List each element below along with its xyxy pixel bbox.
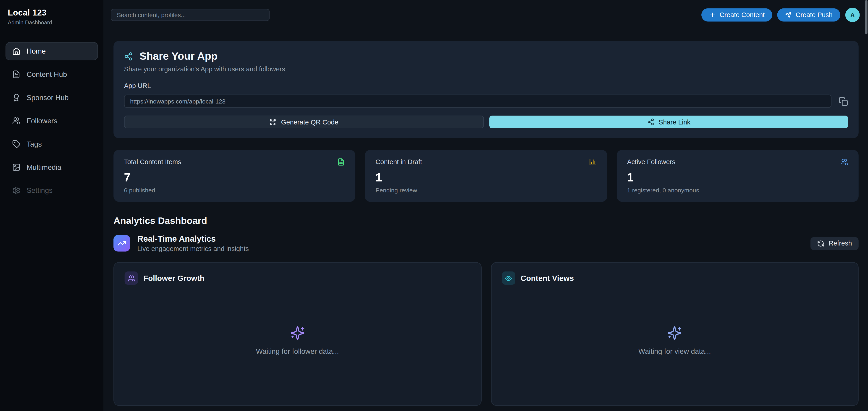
sidebar-item-tags[interactable]: Tags (5, 135, 98, 153)
content-views-card: Content Views Waiting for view data... (491, 262, 859, 406)
app-url-row (124, 95, 848, 108)
stat-title: Content in Draft (375, 158, 422, 166)
sidebar-item-label: Home (27, 47, 45, 55)
share-app-title: Share Your App (140, 50, 218, 63)
org-subtitle: Admin Dashboard (5, 20, 98, 26)
stat-card-active-followers: Active Followers 1 1 registered, 0 anony… (617, 150, 859, 202)
stat-card-content-draft: Content in Draft 1 Pending review (365, 150, 607, 202)
follower-growth-card: Follower Growth Waiting for follower dat… (114, 262, 482, 406)
qr-code-icon (270, 118, 277, 126)
stat-value: 1 (375, 171, 597, 184)
realtime-analytics-subtitle: Live engagement metrics and insights (137, 245, 810, 252)
create-content-button[interactable]: Create Content (702, 8, 772, 22)
share-icon (647, 118, 654, 126)
admin-dashboard: Local 123 Admin Dashboard Home Content H… (0, 0, 868, 411)
stat-subtitle: Pending review (375, 187, 597, 194)
refresh-button[interactable]: Refresh (810, 237, 859, 250)
share-actions-row: Generate QR Code Share Link (124, 115, 848, 128)
stat-card-header: Content in Draft (375, 158, 597, 166)
eye-icon (502, 272, 515, 285)
refresh-label: Refresh (829, 239, 852, 247)
sidebar-item-content-hub[interactable]: Content Hub (5, 65, 98, 83)
realtime-analytics-title: Real-Time Analytics (137, 234, 810, 243)
topbar-actions: Create Content Create Push A (702, 8, 860, 22)
generate-qr-label: Generate QR Code (281, 118, 339, 126)
org-title: Local 123 (5, 8, 98, 17)
search-input[interactable] (111, 9, 270, 21)
sidebar-item-followers[interactable]: Followers (5, 112, 98, 130)
chart-title: Content Views (521, 274, 574, 283)
analytics-heading: Analytics Dashboard (114, 216, 859, 227)
chart-header: Content Views (502, 272, 848, 285)
sidebar: Local 123 Admin Dashboard Home Content H… (0, 0, 104, 411)
create-push-label: Create Push (796, 11, 833, 19)
file-text-icon (337, 158, 345, 166)
file-text-icon (12, 70, 20, 78)
bar-chart-icon (589, 158, 597, 166)
stat-card-header: Active Followers (627, 158, 848, 166)
stats-row: Total Content Items 7 6 published Conten… (114, 150, 859, 202)
sparkles-icon (667, 326, 682, 341)
stat-subtitle: 6 published (124, 187, 345, 194)
sidebar-item-label: Sponsor Hub (27, 94, 68, 102)
stat-value: 1 (627, 171, 848, 184)
sidebar-item-home[interactable]: Home (5, 42, 98, 60)
share-app-subtitle: Share your organization's App with users… (124, 65, 848, 73)
avatar[interactable]: A (845, 8, 860, 22)
create-content-label: Create Content (720, 11, 765, 19)
app-url-input[interactable] (124, 95, 832, 108)
gear-icon (12, 186, 20, 195)
sparkles-icon (290, 326, 305, 341)
chart-empty-state: Waiting for follower data... (125, 285, 470, 397)
sidebar-item-sponsor-hub[interactable]: Sponsor Hub (5, 89, 98, 107)
charts-row: Follower Growth Waiting for follower dat… (114, 262, 859, 406)
create-push-button[interactable]: Create Push (777, 8, 840, 22)
home-icon (12, 47, 20, 55)
realtime-analytics-row: Real-Time Analytics Live engagement metr… (114, 234, 859, 252)
refresh-icon (817, 240, 825, 247)
copy-icon (839, 96, 848, 106)
stat-value: 7 (124, 171, 345, 184)
stat-title: Total Content Items (124, 158, 181, 166)
users-icon (12, 117, 20, 125)
sidebar-item-label: Settings (27, 186, 53, 195)
sidebar-item-label: Tags (27, 140, 42, 148)
stat-card-total-content: Total Content Items 7 6 published (114, 150, 355, 202)
share-app-header: Share Your App (124, 50, 848, 63)
topbar: Create Content Create Push A (104, 0, 868, 30)
share-app-card: Share Your App Share your organization's… (114, 41, 859, 138)
sidebar-nav: Home Content Hub Sponsor Hub Followers (5, 42, 98, 200)
image-icon (12, 163, 20, 171)
chart-title: Follower Growth (143, 274, 205, 283)
copy-url-button[interactable] (839, 96, 848, 106)
page-content: Share Your App Share your organization's… (104, 30, 868, 411)
stat-subtitle: 1 registered, 0 anonymous (627, 187, 848, 194)
scrollbar[interactable] (865, 0, 868, 34)
chart-header: Follower Growth (125, 272, 470, 285)
share-link-button[interactable]: Share Link (489, 115, 848, 128)
plus-icon (709, 12, 716, 18)
realtime-analytics-text: Real-Time Analytics Live engagement metr… (137, 234, 810, 252)
sidebar-item-label: Content Hub (27, 70, 67, 78)
sidebar-item-settings[interactable]: Settings (5, 181, 98, 200)
generate-qr-button[interactable]: Generate QR Code (124, 115, 484, 128)
users-icon (840, 158, 848, 166)
sidebar-item-multimedia[interactable]: Multimedia (5, 158, 98, 176)
users-icon (125, 272, 138, 285)
stat-title: Active Followers (627, 158, 675, 166)
share-icon (124, 52, 133, 61)
chart-empty-text: Waiting for view data... (639, 347, 711, 355)
app-url-label: App URL (124, 82, 848, 90)
chart-empty-state: Waiting for view data... (502, 285, 848, 397)
award-icon (12, 94, 20, 102)
sidebar-item-label: Multimedia (27, 163, 61, 171)
trending-up-icon (114, 235, 130, 252)
stat-card-header: Total Content Items (124, 158, 345, 166)
share-link-label: Share Link (659, 118, 690, 126)
send-icon (785, 12, 792, 18)
main-area: Create Content Create Push A Shar (104, 0, 868, 411)
chart-empty-text: Waiting for follower data... (256, 347, 339, 355)
tag-icon (12, 140, 20, 148)
sidebar-item-label: Followers (27, 117, 57, 125)
